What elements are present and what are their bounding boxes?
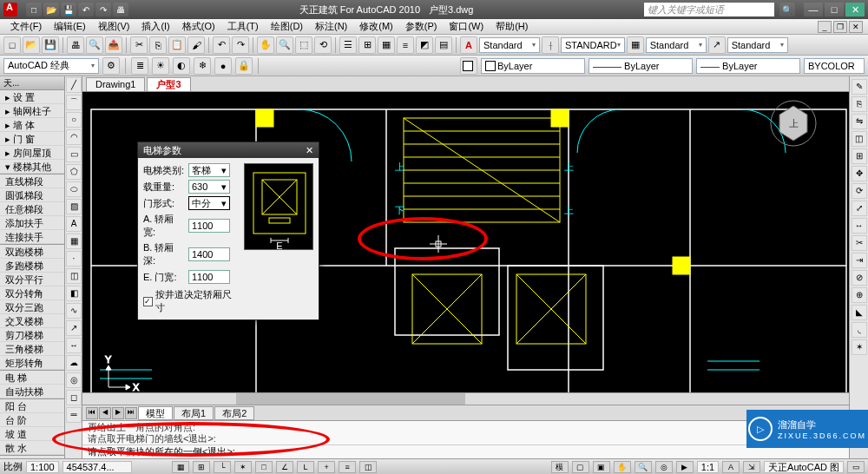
rotate-icon[interactable]: ⟳	[852, 183, 867, 199]
mdi-minimize-button[interactable]: _	[818, 21, 832, 33]
palette-title[interactable]: 天...	[0, 76, 64, 90]
menu-help[interactable]: 帮助(H)	[490, 20, 533, 33]
status-qvlayout-icon[interactable]: ▣	[593, 461, 610, 473]
status-polar[interactable]: ✶	[234, 461, 252, 473]
status-grid[interactable]: ⊞	[193, 461, 210, 473]
menu-dim[interactable]: 标注(N)	[310, 20, 352, 33]
menu-view[interactable]: 视图(V)	[93, 20, 135, 33]
array-icon[interactable]: ⊞	[852, 148, 867, 164]
spline-icon[interactable]: ∿	[66, 303, 82, 319]
palette-item[interactable]: 三角楼梯	[0, 342, 64, 356]
status-snap[interactable]: ▦	[172, 461, 189, 473]
palette-item[interactable]: 矩形转角	[0, 356, 64, 370]
status-otrack[interactable]: ∠	[276, 461, 293, 473]
chamfer-icon[interactable]: ◣	[852, 305, 867, 320]
palette-item[interactable]: 任意梯段	[0, 202, 64, 216]
field-type-combo[interactable]: 客梯▾	[188, 163, 230, 177]
revision-icon[interactable]: ☁	[66, 355, 82, 371]
layer-state-icon[interactable]: ☀	[152, 57, 169, 75]
shaft-determines-checkbox[interactable]: ✓按井道决定轿厢尺寸	[143, 288, 239, 314]
layer-manager-icon[interactable]: ≣	[131, 57, 148, 75]
region-icon[interactable]: ◧	[66, 286, 82, 301]
status-annoauto-icon[interactable]: ⇲	[743, 461, 760, 473]
match-icon[interactable]: 🖌	[187, 36, 205, 54]
block-icon[interactable]: ◫	[66, 268, 82, 284]
point-icon[interactable]: ·	[66, 251, 82, 267]
field-load-combo[interactable]: 630▾	[188, 180, 230, 194]
wipeout-icon[interactable]: ◻	[66, 390, 82, 405]
palette-item[interactable]: 交叉楼梯	[0, 314, 64, 328]
linetype-combo[interactable]: ——— ByLayer	[589, 58, 693, 74]
cut-icon[interactable]: ✂	[130, 36, 148, 54]
doc-tab-drawing1[interactable]: Drawing1	[86, 77, 145, 91]
pan-icon[interactable]: ✋	[257, 36, 274, 54]
workspace-combo[interactable]: AutoCAD 经典▾	[3, 58, 99, 74]
circle-icon[interactable]: ○	[66, 112, 82, 128]
publish-icon[interactable]: 📤	[105, 36, 122, 54]
menu-insert[interactable]: 插入(I)	[136, 20, 174, 33]
mleader-style-combo[interactable]: Standard▾	[727, 37, 788, 53]
palette-item[interactable]: 散 水	[0, 441, 64, 455]
palette-item[interactable]: 双分转角	[0, 286, 64, 300]
copy-obj-icon[interactable]: ⎘	[852, 96, 867, 112]
palette-item[interactable]: ▸ 房间屋顶	[0, 146, 64, 160]
menu-param[interactable]: 参数(P)	[400, 20, 443, 33]
menu-window[interactable]: 窗口(W)	[444, 20, 489, 33]
doc-tab-huxing3[interactable]: 户型3	[147, 77, 190, 91]
field-door-combo[interactable]: 中分▾	[188, 196, 230, 210]
ray-icon[interactable]: ↗	[66, 320, 82, 336]
layout-tab-2[interactable]: 布局2	[214, 406, 254, 420]
undo-icon[interactable]: ↶	[213, 36, 230, 54]
palette-item[interactable]: 双分三跑	[0, 300, 64, 314]
table-style-icon[interactable]: ▦	[627, 36, 644, 54]
palette-item[interactable]: ▸ 墙 体	[0, 118, 64, 132]
preview-icon[interactable]: 🔍	[86, 36, 103, 54]
text-style-combo[interactable]: Standard▾	[479, 37, 540, 53]
table-icon[interactable]: ▦	[66, 234, 82, 249]
status-zoom-icon[interactable]: 🔍	[635, 461, 652, 473]
properties-icon[interactable]: ☰	[339, 36, 357, 54]
palette-item[interactable]: 坡 道	[0, 427, 64, 441]
extend-icon[interactable]: ⇥	[852, 253, 867, 268]
status-ducs[interactable]: L	[297, 461, 314, 473]
palette-item[interactable]: 多跑楼梯	[0, 259, 64, 273]
move-icon[interactable]: ✥	[852, 166, 867, 181]
layer-off-icon[interactable]: ●	[214, 57, 232, 75]
status-ortho[interactable]: └	[214, 461, 231, 473]
markup-icon[interactable]: ◩	[416, 36, 433, 54]
palette-item[interactable]: 添加扶手	[0, 216, 64, 230]
arc-icon[interactable]: ◠	[66, 129, 82, 145]
status-dyn[interactable]: +	[318, 461, 335, 473]
layout-prev-icon[interactable]: ◀	[99, 407, 111, 419]
command-input[interactable]: 请点取平衡块的所在的一侧<退出>:	[82, 444, 849, 458]
palette-item[interactable]: 自动扶梯	[0, 385, 64, 398]
text-style-icon[interactable]: A	[460, 36, 477, 54]
palette-item[interactable]: 双分平行	[0, 273, 64, 286]
toolpalettes-icon[interactable]: ▦	[378, 36, 395, 54]
annoscale-combo[interactable]: 1:1	[697, 461, 719, 473]
qat-redo-icon[interactable]: ↷	[95, 3, 111, 16]
zoom-prev-icon[interactable]: ⟲	[314, 36, 332, 54]
qat-new-icon[interactable]: □	[26, 3, 42, 16]
donut-icon[interactable]: ◎	[66, 372, 82, 388]
dim-style-icon[interactable]: ⟊	[542, 36, 559, 54]
scale-value[interactable]: 1:100	[26, 461, 59, 473]
menu-format[interactable]: 格式(O)	[177, 20, 220, 33]
fillet-icon[interactable]: ◟	[852, 322, 867, 338]
color-swatch-icon[interactable]	[460, 57, 477, 75]
dialog-close-icon[interactable]: ✕	[306, 145, 313, 156]
zoom-rt-icon[interactable]: 🔍	[276, 36, 293, 54]
copy-icon[interactable]: ⎘	[149, 36, 167, 54]
trim-icon[interactable]: ✂	[852, 235, 867, 251]
palette-item[interactable]: ▸ 设 置	[0, 90, 64, 104]
mdi-restore-button[interactable]: ❐	[833, 21, 847, 33]
qat-save-icon[interactable]: 💾	[61, 3, 76, 16]
command-window[interactable]: 再给出上一角点的对角点: 请点取开电梯门的墙线<退出>: 请点取平衡块的所在的一…	[82, 420, 849, 458]
mleader-style-icon[interactable]: ↗	[708, 36, 726, 54]
palette-item[interactable]: 双跑楼梯	[0, 245, 64, 259]
plotstyle-combo[interactable]: BYCOLOR	[804, 58, 865, 74]
palette-item[interactable]: 电 梯	[0, 371, 64, 385]
status-model-button[interactable]: 模	[551, 461, 569, 473]
maximize-button[interactable]: □	[825, 3, 844, 16]
menu-edit[interactable]: 编辑(E)	[49, 20, 91, 33]
